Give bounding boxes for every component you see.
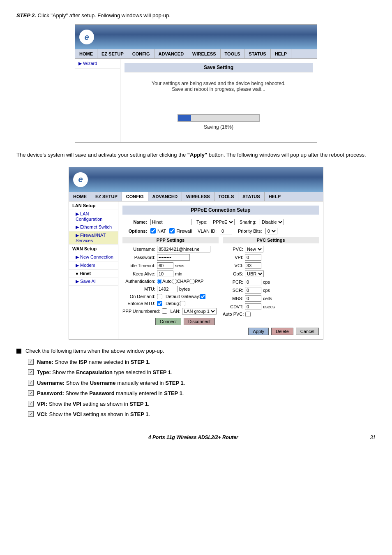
nav-config-1[interactable]: CONFIG	[128, 49, 154, 58]
autopvc-checkbox[interactable]	[245, 312, 251, 317]
apply-button[interactable]: Apply	[248, 328, 269, 335]
scr-input[interactable]	[245, 287, 261, 294]
cdvt-input[interactable]	[245, 303, 261, 310]
vlan-input[interactable]	[220, 228, 232, 234]
username-row: Username:	[122, 246, 219, 252]
firewall-label: Firewall	[176, 229, 192, 234]
sub-bullet-type: Type: Show the Encapsulation type select…	[28, 368, 376, 377]
nav-config-2[interactable]: CONFIG	[122, 192, 148, 201]
auth-label: Authentication:	[122, 279, 155, 284]
progress-bar-fill	[178, 115, 191, 121]
priority-select[interactable]: 0	[265, 228, 277, 234]
username-input[interactable]	[157, 246, 210, 252]
type-select[interactable]: PPPoE	[211, 219, 235, 225]
idle-input[interactable]	[157, 262, 173, 269]
sidebar-hinet[interactable]: ● Hinet	[69, 270, 118, 278]
lan-label: LAN:	[171, 309, 180, 314]
nav-ezsetup-2[interactable]: EZ SETUP	[91, 192, 122, 201]
nav-advanced-1[interactable]: ADVANCED	[154, 49, 189, 58]
nav-tools-1[interactable]: TOOLS	[221, 49, 245, 58]
sidebar-wan-setup[interactable]: WAN Setup	[69, 245, 118, 253]
nav-wireless-2[interactable]: WIRELESS	[182, 192, 214, 201]
check-icon-type	[28, 369, 34, 375]
nav-help-1[interactable]: HELP	[271, 49, 291, 58]
sidebar-eth-switch[interactable]: ▶ Ethernet Switch	[69, 223, 118, 231]
password-input[interactable]	[157, 254, 190, 261]
type-label: Type:	[196, 220, 208, 224]
connect-button[interactable]: Connect	[155, 318, 181, 325]
pcr-input[interactable]	[245, 279, 261, 285]
ppp-settings: PPP Settings Username: Password: Idle Ti…	[122, 237, 219, 325]
sidebar-lan-config[interactable]: ▶ LAN Configuration	[69, 210, 118, 223]
sharing-label: Sharing:	[240, 220, 256, 224]
vci-input[interactable]	[245, 262, 261, 269]
keepalive-row: Keep Alive: min	[122, 271, 219, 277]
ondemand-checkbox[interactable]	[157, 294, 162, 299]
auth-chap-label: CHAP	[177, 279, 190, 284]
auth-pap[interactable]	[189, 279, 195, 284]
debug-checkbox[interactable]	[180, 301, 185, 306]
sidebar-new-conn[interactable]: ▶ New Connection	[69, 253, 118, 261]
router-window-2: e HOME EZ SETUP CONFIG ADVANCED WIRELESS…	[69, 167, 323, 340]
sidebar-save-all[interactable]: ▶ Save All	[69, 278, 118, 286]
options-label: Options:	[122, 229, 147, 234]
vpi-label: VPI:	[223, 255, 243, 260]
vpi-input[interactable]	[245, 254, 261, 261]
defaultgw-checkbox[interactable]	[200, 294, 205, 299]
sidebar-firewall-nat[interactable]: ▶ Firewall/NAT Services	[69, 231, 118, 245]
ondemand-label: On Demand:	[122, 294, 155, 299]
page-footer: 4 Ports 11g Wireless ADSL2/2+ Router 31	[16, 431, 376, 440]
pvc-settings: PVC Settings PVC: New VPI: VCI:	[223, 237, 319, 325]
mtu-label: MTU:	[122, 287, 155, 291]
sidebar-lan-setup[interactable]: LAN Setup	[69, 201, 118, 210]
sub-text-vci: VCI: Show the VCI setting as shown in ST…	[37, 410, 150, 419]
nav-help-2[interactable]: HELP	[265, 192, 285, 201]
qos-label: QoS:	[223, 271, 243, 276]
sidebar-modem[interactable]: ▶ Modem	[69, 261, 118, 270]
nav-home-1[interactable]: HOME	[75, 49, 97, 58]
mtu-input[interactable]	[157, 286, 178, 292]
nav-tools-2[interactable]: TOOLS	[214, 192, 239, 201]
mbs-input[interactable]	[245, 295, 261, 302]
save-setting-title: Save Setting	[125, 63, 313, 72]
nat-checkbox[interactable]	[150, 228, 156, 234]
router-header-1: e	[75, 25, 317, 49]
vlan-label: VLAN ID:	[198, 229, 217, 234]
sidebar-wizard[interactable]: ▶ Wizard	[75, 59, 120, 69]
cancel-button[interactable]: Cancel	[296, 328, 319, 335]
ppp-unnumbered-checkbox[interactable]	[162, 308, 167, 314]
nav-status-1[interactable]: STATUS	[244, 49, 270, 58]
router-nav-1: HOME EZ SETUP CONFIG ADVANCED WIRELESS T…	[75, 49, 317, 59]
keepalive-label: Keep Alive:	[122, 271, 155, 276]
qos-select[interactable]: UBR	[245, 271, 264, 277]
firewall-checkbox[interactable]	[169, 228, 175, 234]
name-input[interactable]	[150, 219, 191, 225]
nav-ezsetup-1[interactable]: EZ SETUP	[97, 49, 128, 58]
footer-page: 31	[370, 435, 376, 440]
progress-bar-container	[178, 114, 260, 122]
keepalive-input[interactable]	[157, 271, 173, 277]
check-icon-username	[28, 380, 34, 386]
router-nav-2: HOME EZ SETUP CONFIG ADVANCED WIRELESS T…	[69, 192, 323, 201]
pvc-select[interactable]: New	[245, 246, 263, 252]
router-logo-1: e	[79, 30, 94, 44]
nat-label: NAT	[157, 229, 166, 234]
sharing-select[interactable]: Disable	[260, 219, 284, 225]
disconnect-button[interactable]: Disconnect	[184, 318, 215, 325]
auth-auto[interactable]	[157, 279, 162, 284]
idle-label: Idle Timeout:	[122, 263, 155, 268]
ppp-unnumbered-row: PPP Unnumbered: LAN: LAN group 1	[122, 308, 219, 314]
nav-home-2[interactable]: HOME	[69, 192, 91, 201]
ppp-unnumbered-label: PPP Unnumbered:	[122, 309, 160, 314]
enforcemtu-checkbox[interactable]	[157, 301, 162, 306]
pvc-title: PVC Settings	[223, 237, 319, 243]
pppoe-name-row: Name: Type: PPPoE Sharing: Disable	[122, 219, 319, 225]
auth-chap[interactable]	[172, 279, 177, 284]
nav-status-2[interactable]: STATUS	[238, 192, 264, 201]
delete-button[interactable]: Delete	[271, 328, 293, 335]
nav-wireless-1[interactable]: WIRELESS	[188, 49, 220, 58]
keepalive-unit: min	[175, 271, 182, 276]
nav-advanced-2[interactable]: ADVANCED	[148, 192, 182, 201]
lan-select[interactable]: LAN group 1	[182, 308, 217, 314]
password-row: Password:	[122, 254, 219, 261]
